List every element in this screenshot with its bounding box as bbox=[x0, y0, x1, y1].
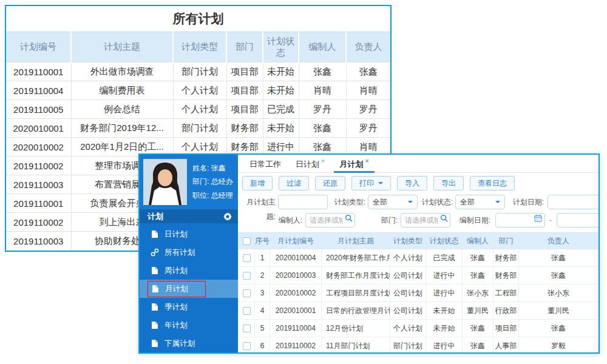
plan-subject-link[interactable]: 工程项目部月度计划 bbox=[322, 285, 390, 302]
owner-link[interactable]: 张鑫 bbox=[519, 249, 599, 267]
profile-field-label: 部门: bbox=[192, 177, 211, 186]
plan-subject-link[interactable]: 日常的行政管理月计划 bbox=[322, 302, 390, 320]
sidebar-item-label: 下属计划 bbox=[164, 339, 195, 349]
tab-月计划[interactable]: 月计划× bbox=[334, 155, 374, 172]
row-checkbox[interactable] bbox=[243, 254, 251, 262]
creator-link[interactable]: 董川民 bbox=[463, 302, 493, 320]
creator-link[interactable]: 张鑫 bbox=[463, 267, 493, 285]
sidebar: 姓名: 张鑫部门: 总经办职位: 总经理 计划 日计划所有计划周计划月计划季计划… bbox=[140, 155, 238, 352]
plan-date-label: 计划日期: bbox=[505, 195, 544, 209]
compile-date-end-input[interactable] bbox=[557, 213, 599, 228]
plan-date-input[interactable] bbox=[548, 195, 599, 209]
plan-type-label: 计划类型: bbox=[327, 195, 365, 209]
creator-label: 编制人: bbox=[262, 213, 302, 228]
tab-日常工作[interactable]: 日常工作 bbox=[244, 155, 287, 172]
creator-link[interactable]: 张鑫 bbox=[463, 337, 493, 353]
dept-cell: 项目部 bbox=[493, 320, 519, 337]
chevron-down-icon[interactable] bbox=[495, 201, 500, 206]
table-cell: 未开始 bbox=[263, 119, 299, 138]
table-cell: 张鑫 bbox=[299, 119, 346, 138]
select-all-checkbox[interactable] bbox=[243, 237, 251, 245]
plan-subject-label: 月计划主题: bbox=[238, 195, 276, 209]
导入-button[interactable]: 导入 bbox=[397, 176, 427, 190]
column-header: 负责人 bbox=[519, 233, 599, 249]
row-checkbox[interactable] bbox=[243, 307, 251, 315]
owner-link[interactable]: 罗毅 bbox=[519, 337, 599, 353]
employee-photo-image bbox=[143, 159, 187, 205]
sidebar-item-季计划[interactable]: 季计划 bbox=[140, 298, 238, 316]
tab-日计划[interactable]: 日计划× bbox=[290, 155, 330, 172]
sidebar-item-年计划[interactable]: 年计划 bbox=[140, 316, 238, 334]
checkbox-cell bbox=[239, 267, 255, 285]
plan-status-cell: 未开始 bbox=[426, 302, 463, 320]
table-cell: 2019110002 bbox=[6, 157, 71, 175]
owner-link[interactable]: 张小东 bbox=[519, 285, 599, 302]
table-cell: 2020010001 bbox=[6, 119, 71, 138]
sidebar-item-label: 日计划 bbox=[164, 229, 188, 240]
sidebar-item-下属计划[interactable]: 下属计划 bbox=[140, 334, 238, 352]
column-header: 月计划编号 bbox=[270, 233, 322, 249]
还原-button[interactable]: 还原 bbox=[315, 176, 345, 190]
sidebar-item-日计划[interactable]: 日计划 bbox=[140, 225, 238, 243]
gear-icon[interactable] bbox=[223, 212, 232, 221]
tab-label: 日常工作 bbox=[249, 159, 281, 170]
table-row: 120200100042020年财务部工作月...个人计划已完成张鑫财务部张鑫 bbox=[239, 249, 599, 267]
plan-type-select[interactable]: 全部 bbox=[368, 195, 418, 209]
creator-link[interactable]: 张鑫 bbox=[463, 249, 493, 267]
table-header-row: 序号月计划编号月计划主题计划类型计划状态编制人部门负责人 bbox=[239, 233, 599, 249]
plan-subject-link[interactable]: 2020年财务部工作月... bbox=[322, 249, 390, 267]
plan-id-link[interactable]: 2019110004 bbox=[270, 320, 322, 337]
close-icon[interactable]: × bbox=[321, 157, 325, 164]
plan-status-cell: 进行中 bbox=[426, 337, 463, 353]
plan-subject-link[interactable]: 财务部工作月度计划 bbox=[322, 267, 390, 285]
row-checkbox[interactable] bbox=[243, 325, 251, 332]
table-row: 2019110004编制费用表个人计划项目部未开始肖晴肖晴 bbox=[6, 81, 390, 100]
column-header: 计划状态 bbox=[263, 32, 299, 62]
table-row: 2019110001外出做市场调查部门计划项目部未开始张鑫张鑫 bbox=[6, 62, 390, 81]
calendar-icon[interactable] bbox=[534, 214, 543, 223]
profile-field-value: 总经办 bbox=[211, 177, 233, 186]
owner-link[interactable]: 张鑫 bbox=[519, 267, 599, 285]
table-cell: 财务部 bbox=[226, 119, 263, 138]
row-checkbox[interactable] bbox=[243, 342, 251, 350]
sidebar-section-plan: 计划 bbox=[140, 209, 238, 223]
creator-link[interactable]: 张小东 bbox=[463, 285, 493, 302]
plan-type-cell: 个人计划 bbox=[390, 249, 426, 267]
新增-button[interactable]: 新增 bbox=[242, 176, 273, 190]
row-checkbox[interactable] bbox=[243, 272, 251, 280]
查看日志-button[interactable]: 查看日志 bbox=[470, 176, 515, 190]
sidebar-item-inner: 周计划 bbox=[148, 263, 191, 278]
plan-type-value: 全部 bbox=[373, 197, 404, 207]
profile-field-value: 张鑫 bbox=[211, 164, 226, 172]
owner-link[interactable]: 董川民 bbox=[519, 302, 599, 320]
owner-link[interactable]: 张鑫 bbox=[519, 320, 599, 337]
button-label: 导出 bbox=[441, 178, 456, 189]
creator-link[interactable]: 张鑫 bbox=[463, 320, 493, 337]
link-icon bbox=[151, 248, 159, 257]
sidebar-item-周计划[interactable]: 周计划 bbox=[140, 261, 238, 280]
close-icon[interactable]: × bbox=[365, 157, 368, 164]
导出-button[interactable]: 导出 bbox=[433, 176, 464, 190]
过滤-button[interactable]: 过滤 bbox=[279, 176, 309, 190]
plan-id-link[interactable]: 2020010002 bbox=[270, 285, 322, 302]
plan-id-link[interactable]: 2020010003 bbox=[270, 267, 322, 285]
tab-label: 日计划 bbox=[296, 159, 319, 170]
plan-subject-link[interactable]: 12月份计划 bbox=[322, 320, 390, 337]
search-icon[interactable] bbox=[440, 214, 449, 223]
plan-id-link[interactable]: 2019110002 bbox=[270, 337, 322, 353]
file-icon bbox=[151, 339, 159, 348]
sidebar-item-所有计划[interactable]: 所有计划 bbox=[140, 243, 238, 261]
file-icon bbox=[151, 285, 160, 293]
plan-id-link[interactable]: 2020010001 bbox=[270, 302, 322, 320]
chevron-down-icon[interactable] bbox=[378, 182, 383, 187]
plan-id-link[interactable]: 2020010004 bbox=[270, 249, 322, 267]
chevron-down-icon[interactable] bbox=[408, 201, 413, 206]
row-checkbox[interactable] bbox=[243, 289, 251, 297]
plan-subject-input[interactable] bbox=[278, 195, 328, 209]
table-row: 6201911000211月部门计划部门计划进行中张鑫人事部罗毅 bbox=[239, 337, 599, 353]
打印-button[interactable]: 打印 bbox=[351, 176, 391, 190]
sidebar-item-月计划[interactable]: 月计划 bbox=[140, 280, 238, 298]
plan-subject-link[interactable]: 11月部门计划 bbox=[322, 337, 390, 353]
plan-status-select[interactable]: 全部 bbox=[455, 195, 505, 209]
search-icon[interactable] bbox=[345, 214, 353, 223]
